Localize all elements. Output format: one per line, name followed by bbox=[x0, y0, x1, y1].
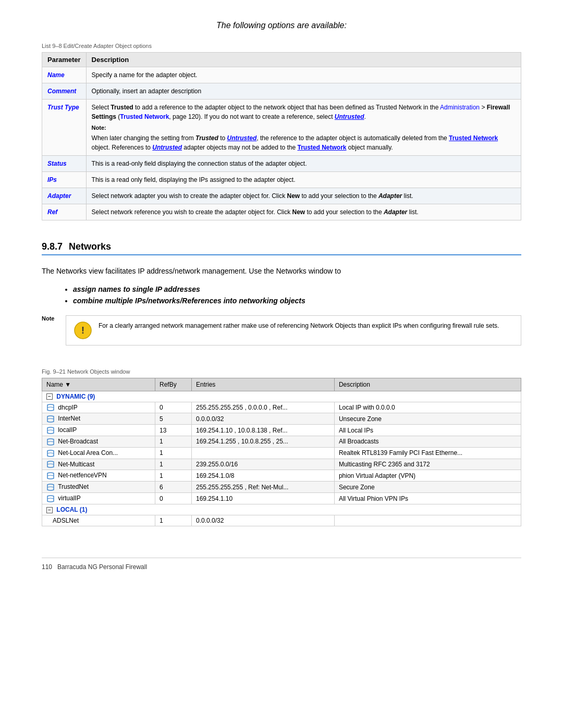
col-description: Description bbox=[86, 53, 521, 67]
table-row: InterNet 5 0.0.0.0/32 Unsecure Zone bbox=[42, 413, 521, 425]
list-item: combine multiple IPs/networks/References… bbox=[73, 297, 521, 305]
table-row: IPs This is a read only field, displayin… bbox=[42, 171, 521, 188]
col-refby-header: RefBy bbox=[155, 378, 192, 391]
row-entries: 169.254.1.255 , 10.0.8.255 , 25... bbox=[192, 436, 335, 447]
section-title: Networks bbox=[69, 241, 111, 252]
col-parameter: Parameter bbox=[42, 53, 87, 67]
networks-intro: The Networks view facilitates IP address… bbox=[42, 266, 521, 277]
row-name: Net-Broadcast bbox=[42, 436, 155, 447]
row-entries: 0.0.0.0/32 bbox=[192, 413, 335, 425]
list-caption: List 9–8 Edit/Create Adapter Object opti… bbox=[42, 43, 521, 49]
row-desc: phion Virtual Adapter (VPN) bbox=[334, 470, 521, 482]
row-entries: 169.254.1.10 , 10.0.8.138 , Ref... bbox=[192, 425, 335, 436]
network-objects-table: Name ▼ RefBy Entries Description − DYNAM… bbox=[42, 378, 521, 526]
row-name: Net-Local Area Con... bbox=[42, 447, 155, 459]
param-name-cell: Name bbox=[42, 67, 87, 83]
table-row: Net-Broadcast 1 169.254.1.255 , 10.0.8.2… bbox=[42, 436, 521, 447]
network-object-icon bbox=[46, 472, 55, 479]
network-object-icon bbox=[46, 404, 55, 411]
network-object-icon bbox=[46, 461, 55, 468]
row-refby: 5 bbox=[155, 413, 192, 425]
network-object-icon bbox=[46, 495, 55, 502]
group-row-local: − LOCAL (1) bbox=[42, 504, 521, 515]
product-name: Barracuda NG Personal Firewall bbox=[57, 563, 147, 571]
row-entries: 169.254.1.10 bbox=[192, 493, 335, 504]
table-row: TrustedNet 6 255.255.255.255 , Ref: Net-… bbox=[42, 482, 521, 493]
param-name-cell: IPs bbox=[42, 171, 87, 188]
row-name: ADSLNet bbox=[42, 515, 155, 526]
row-refby: 0 bbox=[155, 493, 192, 504]
table-row: Name Specify a name for the adapter obje… bbox=[42, 67, 521, 83]
network-object-icon bbox=[46, 450, 55, 457]
row-refby: 1 bbox=[155, 470, 192, 482]
bullet-list: assign names to single IP addresses comb… bbox=[73, 285, 521, 305]
note-tag: Note bbox=[42, 315, 60, 322]
param-name-cell: Comment bbox=[42, 83, 87, 100]
row-refby: 0 bbox=[155, 402, 192, 413]
col-name-header: Name ▼ bbox=[42, 378, 155, 391]
group-row-dynamic: − DYNAMIC (9) bbox=[42, 391, 521, 402]
parameter-table: Parameter Description Name Specify a nam… bbox=[42, 52, 521, 220]
table-row: Comment Optionally, insert an adapter de… bbox=[42, 83, 521, 100]
param-desc-cell: Specify a name for the adapter object. bbox=[86, 67, 521, 83]
param-desc-cell: Select Trusted to add a reference to the… bbox=[86, 100, 521, 156]
list-item: assign names to single IP addresses bbox=[73, 285, 521, 293]
table-row: virtualIP 0 169.254.1.10 All Virtual Phi… bbox=[42, 493, 521, 504]
row-name: virtualIP bbox=[42, 493, 155, 504]
network-object-icon bbox=[46, 438, 55, 446]
row-entries: 169.254.1.0/8 bbox=[192, 470, 335, 482]
group-label-local: − LOCAL (1) bbox=[42, 504, 521, 515]
row-refby: 6 bbox=[155, 482, 192, 493]
footer: 110 Barracuda NG Personal Firewall bbox=[42, 558, 521, 571]
row-refby: 1 bbox=[155, 459, 192, 470]
fig-caption: Fig. 9–21 Network Objects window bbox=[42, 368, 521, 375]
row-entries: 255.255.255.255 , Ref: Net-Mul... bbox=[192, 482, 335, 493]
table-row: ADSLNet 1 0.0.0.0/32 bbox=[42, 515, 521, 526]
col-description-header: Description bbox=[334, 378, 521, 391]
intro-heading: The following options are available: bbox=[42, 21, 521, 30]
row-entries: 0.0.0.0/32 bbox=[192, 515, 335, 526]
param-name-cell: Adapter bbox=[42, 188, 87, 204]
row-name: InterNet bbox=[42, 413, 155, 425]
row-desc: Unsecure Zone bbox=[334, 413, 521, 425]
note-icon: ! bbox=[74, 321, 92, 340]
row-desc: All Broadcasts bbox=[334, 436, 521, 447]
row-name: TrustedNet bbox=[42, 482, 155, 493]
param-name-cell: Trust Type bbox=[42, 100, 87, 156]
param-desc-cell: This is a read-only field displaying the… bbox=[86, 155, 521, 171]
table-row: Ref Select network reference you wish to… bbox=[42, 204, 521, 220]
svg-text:!: ! bbox=[81, 325, 84, 336]
param-desc-cell: Select network reference you wish to cre… bbox=[86, 204, 521, 220]
note-text: For a clearly arranged network managemen… bbox=[99, 321, 499, 330]
row-desc: Secure Zone bbox=[334, 482, 521, 493]
row-refby: 1 bbox=[155, 436, 192, 447]
row-desc: Local IP with 0.0.0.0 bbox=[334, 402, 521, 413]
table-row: Net-netfenceVPN 1 169.254.1.0/8 phion Vi… bbox=[42, 470, 521, 482]
page-number: 110 bbox=[42, 563, 52, 571]
row-desc: All Local IPs bbox=[334, 425, 521, 436]
network-object-icon bbox=[46, 484, 55, 491]
row-entries: 239.255.0.0/16 bbox=[192, 459, 335, 470]
row-desc: Multicasting RFC 2365 and 3172 bbox=[334, 459, 521, 470]
param-desc-cell: This is a read only field, displaying th… bbox=[86, 171, 521, 188]
row-refby: 13 bbox=[155, 425, 192, 436]
group-label-dynamic: − DYNAMIC (9) bbox=[42, 391, 521, 402]
table-row: Trust Type Select Trusted to add a refer… bbox=[42, 100, 521, 156]
collapse-icon: − bbox=[46, 393, 53, 400]
col-entries-header: Entries bbox=[192, 378, 335, 391]
param-name-cell: Ref bbox=[42, 204, 87, 220]
table-row: Net-Multicast 1 239.255.0.0/16 Multicast… bbox=[42, 459, 521, 470]
param-desc-cell: Optionally, insert an adapter descriptio… bbox=[86, 83, 521, 100]
row-refby: 1 bbox=[155, 515, 192, 526]
row-desc: Realtek RTL8139 Family PCI Fast Etherne.… bbox=[334, 447, 521, 459]
note-box: ! For a clearly arranged network managem… bbox=[66, 315, 521, 346]
table-header-row: Name ▼ RefBy Entries Description bbox=[42, 378, 521, 391]
section-heading: 9.8.7 Networks bbox=[42, 241, 521, 255]
table-row: Net-Local Area Con... 1 Realtek RTL8139 … bbox=[42, 447, 521, 459]
row-name: Net-Multicast bbox=[42, 459, 155, 470]
row-entries: 255.255.255.255 , 0.0.0.0 , Ref... bbox=[192, 402, 335, 413]
table-row: Status This is a read-only field display… bbox=[42, 155, 521, 171]
table-row: localIP 13 169.254.1.10 , 10.0.8.138 , R… bbox=[42, 425, 521, 436]
row-name: dhcpIP bbox=[42, 402, 155, 413]
row-name: localIP bbox=[42, 425, 155, 436]
